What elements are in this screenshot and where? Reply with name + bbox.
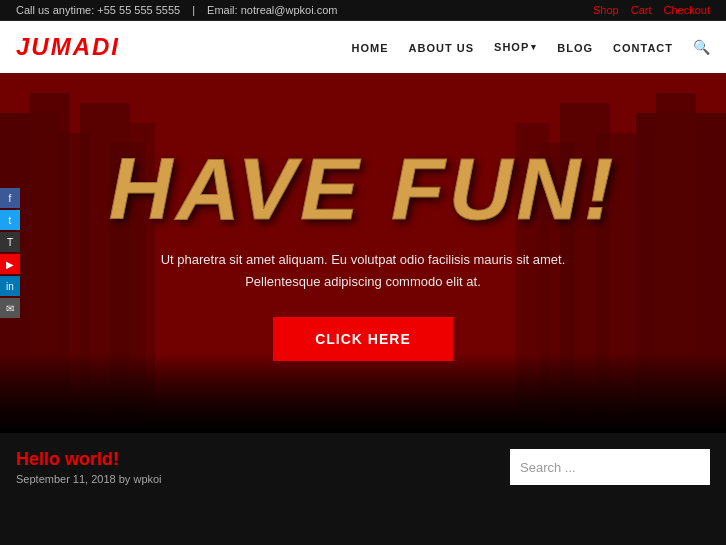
post-by-text: by xyxy=(119,473,134,485)
nav-home[interactable]: HOME xyxy=(352,42,389,54)
separator: | xyxy=(192,4,195,16)
main-nav: JUMADI HOME ABOUT US SHOP BLOG CONTACT 🔍 xyxy=(0,21,726,73)
post-date-text: September 11, 2018 xyxy=(16,473,116,485)
email-icon[interactable]: ✉ xyxy=(0,298,20,318)
checkout-link[interactable]: Checkout xyxy=(664,4,710,16)
hero-title: HAVE FUN! xyxy=(109,145,618,233)
bottom-right xyxy=(510,449,710,485)
tumblr-icon[interactable]: T xyxy=(0,232,20,252)
top-bar-contact: Call us anytime: +55 55 555 5555 | Email… xyxy=(16,4,337,16)
facebook-icon[interactable]: f xyxy=(0,188,20,208)
search-box xyxy=(510,449,710,485)
hero-cta-button[interactable]: Click here xyxy=(273,317,453,361)
bottom-section: Hello world! September 11, 2018 by wpkoi xyxy=(0,433,726,528)
hero-content: HAVE FUN! Ut pharetra sit amet aliquam. … xyxy=(69,145,658,361)
phone-text: Call us anytime: +55 55 555 5555 xyxy=(16,4,180,16)
search-input[interactable] xyxy=(520,460,700,475)
social-sidebar: f t T ▶ in ✉ xyxy=(0,188,20,318)
twitter-icon[interactable]: t xyxy=(0,210,20,230)
top-bar-links: Shop Cart Checkout xyxy=(593,4,710,16)
nav-links: HOME ABOUT US SHOP BLOG CONTACT 🔍 xyxy=(352,38,710,56)
site-logo[interactable]: JUMADI xyxy=(16,33,120,61)
post-meta: September 11, 2018 by wpkoi xyxy=(16,473,510,485)
shop-link[interactable]: Shop xyxy=(593,4,619,16)
post-title[interactable]: Hello world! xyxy=(16,449,510,470)
bottom-left: Hello world! September 11, 2018 by wpkoi xyxy=(16,449,510,485)
email-text: Email: notreal@wpkoi.com xyxy=(207,4,337,16)
hero-subtitle: Ut pharetra sit amet aliquam. Eu volutpa… xyxy=(153,249,573,293)
youtube-icon[interactable]: ▶ xyxy=(0,254,20,274)
linkedin-icon[interactable]: in xyxy=(0,276,20,296)
hero-section: f t T ▶ in ✉ HAVE FUN! Ut pharetra sit a… xyxy=(0,73,726,433)
top-bar: Call us anytime: +55 55 555 5555 | Email… xyxy=(0,0,726,21)
hero-bottom-fade xyxy=(0,353,726,433)
post-author[interactable]: wpkoi xyxy=(133,473,161,485)
nav-about[interactable]: ABOUT US xyxy=(409,42,474,54)
cart-link[interactable]: Cart xyxy=(631,4,652,16)
nav-contact[interactable]: CONTACT xyxy=(613,42,673,54)
search-icon-button[interactable]: 🔍 xyxy=(693,39,710,55)
nav-blog[interactable]: BLOG xyxy=(557,42,593,54)
nav-shop[interactable]: SHOP xyxy=(494,41,537,53)
